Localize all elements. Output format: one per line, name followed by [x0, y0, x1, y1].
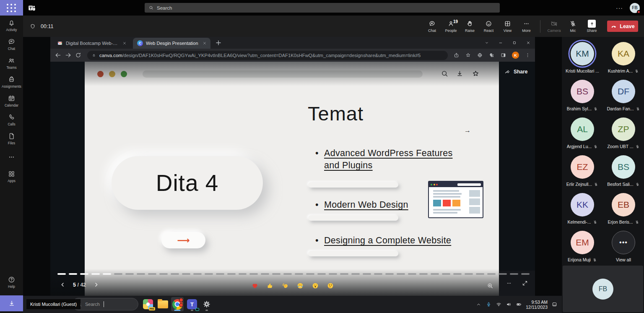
participant-tile[interactable]: ZPZoom UBT ...: [603, 117, 644, 149]
side-panel-icon[interactable]: [500, 52, 506, 58]
camera-control-button[interactable]: Camera: [545, 20, 564, 33]
progress-segment[interactable]: [69, 273, 77, 275]
participant-tile[interactable]: EBErjon Beris...: [603, 193, 644, 224]
rail-item-activity[interactable]: Activity: [0, 16, 23, 34]
close-button[interactable]: [526, 40, 531, 45]
progress-segment[interactable]: [182, 273, 190, 275]
participant-tile[interactable]: KKKelmendi-...: [562, 193, 603, 224]
progress-segment[interactable]: [465, 273, 473, 275]
progress-segment[interactable]: [431, 273, 439, 275]
progress-segment[interactable]: [272, 273, 280, 275]
app-launcher-button[interactable]: [0, 0, 23, 16]
tab-close-icon[interactable]: [122, 41, 127, 46]
raise-control-button[interactable]: Raise: [460, 20, 479, 33]
mic-control-button[interactable]: Mic: [564, 20, 582, 33]
tray-mic-icon[interactable]: [486, 301, 492, 308]
rail-item-calls[interactable]: Calls: [0, 110, 23, 129]
taskbar-clock[interactable]: 9:53 AM 12/11/2023: [526, 300, 548, 310]
progress-segment[interactable]: [137, 273, 145, 275]
participant-tile[interactable]: KMKristi Mucollari ...: [562, 42, 603, 73]
forward-button[interactable]: [65, 52, 72, 59]
participant-tile[interactable]: ALArgjend Lu...: [562, 117, 603, 149]
progress-segment[interactable]: [148, 273, 156, 275]
progress-segment[interactable]: [193, 273, 202, 275]
thumbs-up-reaction-icon[interactable]: [266, 282, 274, 290]
progress-segment[interactable]: [239, 273, 247, 275]
progress-segment[interactable]: [114, 273, 122, 275]
progress-segment[interactable]: [408, 273, 416, 275]
self-video-tile[interactable]: FB: [563, 266, 643, 312]
rail-item-more[interactable]: [0, 148, 23, 167]
participant-tile[interactable]: DFDardan Fan...: [603, 80, 644, 111]
maximize-button[interactable]: [512, 40, 517, 45]
leave-button[interactable]: Leave: [607, 21, 638, 32]
download-app-button[interactable]: [0, 295, 23, 311]
progress-segment[interactable]: [57, 273, 66, 275]
react-control-button[interactable]: React: [479, 20, 498, 33]
rail-item-calendar[interactable]: Calendar: [0, 91, 23, 110]
progress-segment[interactable]: [205, 273, 213, 275]
progress-segment[interactable]: [295, 273, 303, 275]
progress-segment[interactable]: [499, 273, 507, 275]
address-bar[interactable]: canva.com/design/DAF1K0sHFwQ/RQGYwAi_YKP…: [87, 51, 448, 60]
more-options-button[interactable]: ···: [616, 5, 623, 11]
back-button[interactable]: [55, 52, 62, 59]
progress-segment[interactable]: [306, 273, 314, 275]
next-slide-button[interactable]: [93, 282, 99, 288]
progress-segment[interactable]: [261, 273, 269, 275]
progress-segment[interactable]: [476, 273, 484, 275]
progress-segment[interactable]: [453, 273, 462, 275]
progress-segment[interactable]: [80, 273, 88, 275]
profile-avatar[interactable]: FB: [630, 3, 640, 13]
view-all-button[interactable]: •••View all: [603, 231, 644, 262]
progress-segment[interactable]: [374, 273, 382, 275]
heart-reaction-icon[interactable]: [251, 282, 259, 290]
tray-chevron-up-icon[interactable]: [475, 301, 482, 308]
progress-segment[interactable]: [521, 273, 530, 275]
reload-button[interactable]: [75, 52, 82, 59]
taskbar-item-settings[interactable]: [200, 297, 213, 311]
progress-segment[interactable]: [91, 273, 100, 275]
chrome-profile-avatar[interactable]: K: [512, 52, 519, 59]
speaker-icon[interactable]: [506, 301, 512, 308]
taskbar-search-input[interactable]: Search: [72, 298, 138, 310]
progress-segment[interactable]: [487, 273, 496, 275]
rail-item-chat[interactable]: Chat: [0, 34, 23, 53]
clap-reaction-icon[interactable]: [281, 282, 289, 290]
new-tab-button[interactable]: [214, 38, 223, 47]
taskbar-item-explorer[interactable]: [156, 297, 169, 311]
progress-segment[interactable]: [159, 273, 168, 275]
rail-item-apps[interactable]: Apps: [0, 167, 23, 185]
progress-segment[interactable]: [363, 273, 371, 275]
progress-segment[interactable]: [216, 273, 224, 275]
rail-item-help[interactable]: Help: [0, 272, 23, 291]
taskbar-item-teams[interactable]: T: [186, 297, 198, 311]
progress-segment[interactable]: [283, 273, 292, 275]
notification-center-icon[interactable]: [551, 301, 558, 308]
chrome-menu-icon[interactable]: [525, 52, 531, 58]
surprised-reaction-icon[interactable]: [311, 282, 319, 290]
participant-tile[interactable]: KAKushtrim A...: [603, 42, 644, 73]
taskbar-item-chrome[interactable]: [171, 297, 184, 311]
previous-slide-button[interactable]: [60, 282, 66, 288]
share-page-icon[interactable]: [453, 52, 460, 58]
progress-segment[interactable]: [317, 273, 326, 275]
participant-tile[interactable]: EMErijona Muji: [562, 231, 603, 262]
participant-tile[interactable]: EZErlir Zejnull...: [562, 155, 603, 187]
minimize-button[interactable]: [498, 40, 503, 45]
bookmark-star-icon[interactable]: [465, 52, 471, 58]
progress-segment[interactable]: [442, 273, 450, 275]
browser-tab-1[interactable]: Digital Bootcamp Web-Dizajn -: [53, 38, 130, 49]
view-control-button[interactable]: View: [498, 20, 517, 33]
progress-segment[interactable]: [249, 273, 258, 275]
tab-close-icon[interactable]: [202, 41, 207, 46]
browser-tab-2[interactable]: CWeb Desgin Presentation: [133, 38, 210, 49]
joy-reaction-icon[interactable]: [296, 282, 304, 290]
progress-segment[interactable]: [329, 273, 337, 275]
extension-globe-icon[interactable]: [477, 52, 483, 58]
people-control-button[interactable]: 19People: [441, 20, 460, 33]
progress-segment[interactable]: [227, 273, 236, 275]
progress-segment[interactable]: [351, 273, 360, 275]
chat-control-button[interactable]: Chat: [423, 20, 441, 33]
zoom-in-icon[interactable]: [486, 282, 494, 290]
